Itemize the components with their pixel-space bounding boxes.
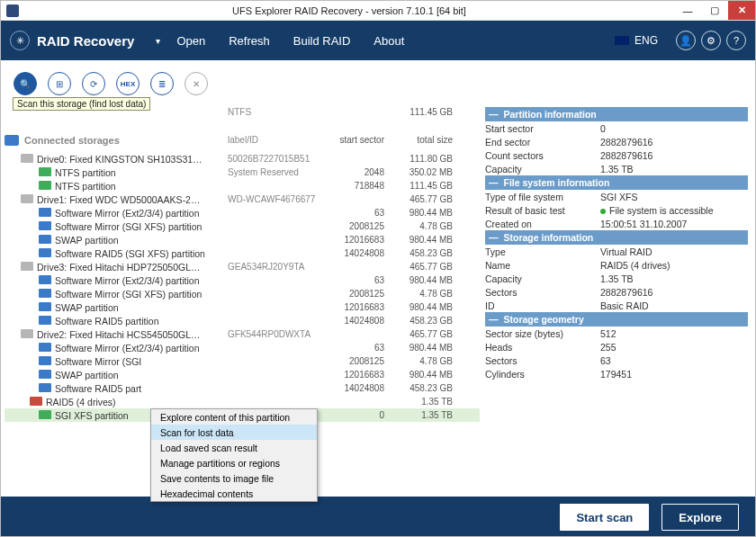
partition-icon bbox=[39, 208, 51, 217]
cancel-icon[interactable]: ✕ bbox=[184, 72, 208, 95]
info-row: Sector size (bytes)512 bbox=[485, 327, 748, 340]
tree-row[interactable]: NTFS partition718848111.45 GB bbox=[4, 179, 480, 192]
tree-row[interactable]: Drive0: Fixed KINGSTON SH103S31…50026B72… bbox=[4, 152, 480, 166]
tree-row[interactable]: Software Mirror (Ext2/3/4) partition6398… bbox=[4, 206, 480, 219]
drive-icon bbox=[21, 262, 33, 271]
context-menu-item[interactable]: Load saved scan result bbox=[151, 440, 317, 455]
row-size: 980.44 MB bbox=[392, 275, 453, 285]
tree-row[interactable]: SWAP partition12016683980.44 MB bbox=[4, 233, 480, 246]
row-size: 980.44 MB bbox=[392, 370, 453, 380]
drive-icon bbox=[21, 194, 33, 203]
partition-icon bbox=[39, 302, 51, 311]
row-label: Drive0: Fixed KINGSTON SH103S31… bbox=[37, 154, 202, 165]
tree-row[interactable]: NTFS partitionSystem Reserved2048350.02 … bbox=[4, 166, 480, 179]
raid-icon[interactable]: ⊞ bbox=[48, 72, 71, 95]
user-button[interactable]: 👤 bbox=[676, 31, 696, 50]
tree-row[interactable]: SWAP partition12016683980.44 MB bbox=[4, 300, 480, 314]
list-icon[interactable]: ≣ bbox=[150, 72, 174, 95]
info-value: RAID5 (4 drives) bbox=[600, 260, 748, 271]
reload-icon[interactable]: ⟳ bbox=[82, 72, 105, 95]
row-start: 2008125 bbox=[328, 289, 392, 299]
row-id: WD-WCAWF4676677 bbox=[228, 194, 328, 204]
row-start: 14024808 bbox=[328, 383, 392, 393]
row-size: 465.77 GB bbox=[392, 194, 453, 204]
row-label: SWAP partition bbox=[55, 302, 119, 313]
context-menu-item[interactable]: Scan for lost data bbox=[151, 425, 317, 440]
info-value: 1.35 TB bbox=[600, 164, 748, 175]
tree-row[interactable]: Drive2: Fixed Hitachi HCS545050GL…GFK544… bbox=[4, 327, 480, 341]
tree-row[interactable]: Software RAID5 (SGI XFS) partition140248… bbox=[4, 246, 480, 260]
info-row: NameRAID5 (4 drives) bbox=[485, 258, 748, 272]
row-label: Software RAID5 part bbox=[55, 383, 141, 394]
top-fs-size: 111.45 GB bbox=[392, 107, 453, 121]
start-scan-button[interactable]: Start scan bbox=[560, 504, 649, 531]
menu-refresh[interactable]: Refresh bbox=[229, 34, 270, 48]
context-menu-item[interactable]: Manage partitions or regions bbox=[151, 455, 317, 470]
info-section: —File system information bbox=[485, 175, 748, 190]
partition-icon bbox=[39, 167, 51, 176]
info-row: TypeVirtual RAID bbox=[485, 245, 748, 258]
info-row: End sector2882879616 bbox=[485, 135, 748, 148]
info-value: Basic RAID bbox=[600, 300, 748, 311]
tree-row[interactable]: Software Mirror (Ext2/3/4) partition6398… bbox=[4, 273, 480, 287]
language-label[interactable]: ENG bbox=[634, 34, 658, 47]
context-menu-item[interactable]: Explore content of this partition bbox=[151, 409, 317, 425]
info-value: 15:00:51 31.10.2007 bbox=[600, 219, 748, 229]
context-menu-item[interactable]: Save contents to image file bbox=[151, 470, 317, 486]
maximize-button[interactable]: ▢ bbox=[701, 1, 728, 20]
tree-row[interactable]: Drive3: Fixed Hitachi HDP725050GL…GEA534… bbox=[4, 260, 480, 273]
row-size: 980.44 MB bbox=[392, 208, 453, 218]
close-button[interactable]: ✕ bbox=[728, 1, 755, 20]
explore-button[interactable]: Explore bbox=[662, 504, 739, 531]
context-menu-item[interactable]: Hexadecimal contents bbox=[151, 486, 317, 501]
scan-icon[interactable]: 🔍 bbox=[14, 72, 37, 95]
menu-caret-icon[interactable]: ▾ bbox=[156, 36, 160, 46]
info-value: 1.35 TB bbox=[600, 273, 748, 284]
info-key: Sectors bbox=[485, 287, 600, 298]
tree-row[interactable]: RAID5 (4 drives)1.35 TB bbox=[4, 395, 480, 408]
tree-row[interactable]: Software RAID5 partition14024808458.23 G… bbox=[4, 314, 480, 327]
info-value: 2882879616 bbox=[600, 150, 748, 161]
bottom-bar: Start scan Explore bbox=[1, 497, 755, 537]
row-id: 50026B7227015B51 bbox=[228, 154, 328, 164]
help-button[interactable]: ? bbox=[726, 31, 746, 50]
info-key: Heads bbox=[485, 342, 600, 353]
tree-row[interactable]: Software Mirror (SGI XFS) partition20081… bbox=[4, 219, 480, 233]
row-start: 2048 bbox=[328, 167, 392, 177]
tree-row[interactable]: Software Mirror (SGI20081254.78 GB bbox=[4, 354, 480, 368]
settings-button[interactable]: ⚙ bbox=[701, 31, 721, 50]
row-size: 465.77 GB bbox=[392, 262, 453, 272]
tree-row[interactable]: Software Mirror (SGI XFS) partition20081… bbox=[4, 287, 480, 300]
tree-row[interactable]: Software RAID5 part14024808458.23 GB bbox=[4, 381, 480, 395]
row-label: NTFS partition bbox=[55, 167, 116, 178]
row-start: 12016683 bbox=[328, 302, 392, 312]
row-size: 111.45 GB bbox=[392, 181, 453, 191]
context-menu[interactable]: Explore content of this partitionScan fo… bbox=[150, 408, 318, 502]
partition-icon bbox=[39, 275, 51, 284]
tree-row[interactable]: Software Mirror (Ext2/3/4) partition6398… bbox=[4, 341, 480, 354]
info-row: Start sector0 bbox=[485, 121, 748, 135]
row-start: 63 bbox=[328, 343, 392, 353]
header: ✳ RAID Recovery ▾ Open Refresh Build RAI… bbox=[1, 21, 755, 60]
partition-icon bbox=[39, 356, 51, 365]
menu-open[interactable]: Open bbox=[176, 34, 205, 48]
row-label: Software RAID5 partition bbox=[55, 316, 159, 327]
tree-row[interactable]: Drive1: Fixed WDC WD5000AAKS-2…WD-WCAWF4… bbox=[4, 192, 480, 206]
titlebar: UFS Explorer RAID Recovery - version 7.1… bbox=[1, 1, 755, 21]
row-size: 465.77 GB bbox=[392, 329, 453, 339]
menu-about[interactable]: About bbox=[374, 34, 404, 48]
row-label: Software Mirror (Ext2/3/4) partition bbox=[55, 275, 199, 286]
info-key: Sector size (bytes) bbox=[485, 328, 600, 339]
tree-row[interactable]: SWAP partition12016683980.44 MB bbox=[4, 368, 480, 381]
row-size: 350.02 MB bbox=[392, 167, 453, 177]
row-label: SGI XFS partition bbox=[55, 410, 129, 421]
tree-header: Connected storages label/ID start sector… bbox=[4, 133, 480, 147]
minimize-button[interactable]: — bbox=[674, 1, 701, 20]
info-section: —Partition information bbox=[485, 107, 748, 121]
menu-build-raid[interactable]: Build RAID bbox=[293, 34, 351, 48]
info-key: Capacity bbox=[485, 164, 600, 175]
info-row: Capacity1.35 TB bbox=[485, 272, 748, 285]
row-start: 14024808 bbox=[328, 316, 392, 326]
hex-icon[interactable]: HEX bbox=[116, 72, 140, 95]
info-key: End sector bbox=[485, 137, 600, 148]
